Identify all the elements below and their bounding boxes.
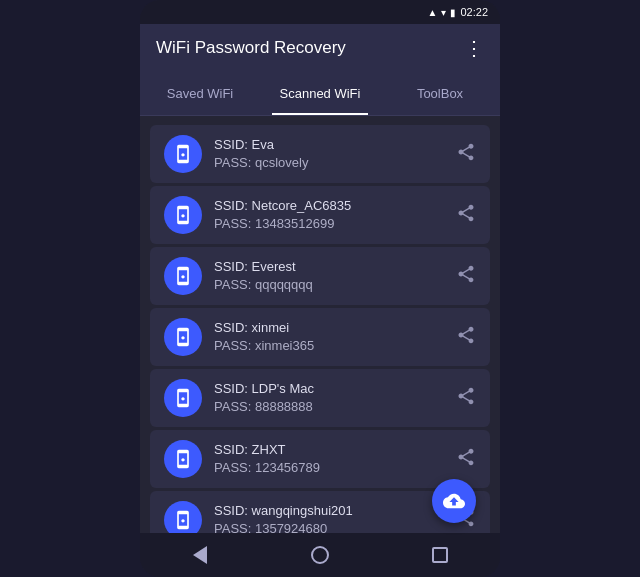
wifi-list: SSID: Eva PASS: qcslovely SSID: Netcore_…	[140, 116, 500, 533]
share-button[interactable]	[456, 203, 476, 228]
tab-toolbox-label: ToolBox	[417, 86, 463, 101]
wifi-pass: PASS: 88888888	[214, 398, 444, 416]
signal-icon: ▲	[428, 7, 438, 18]
router-icon	[173, 510, 193, 530]
wifi-list-item[interactable]: SSID: ZHXT PASS: 123456789	[150, 430, 490, 488]
upload-icon	[443, 490, 465, 512]
wifi-list-item[interactable]: SSID: xinmei PASS: xinmei365	[150, 308, 490, 366]
router-icon	[173, 388, 193, 408]
tab-toolbox[interactable]: ToolBox	[380, 71, 500, 115]
wifi-ssid: SSID: Eva	[214, 136, 444, 154]
home-icon	[311, 546, 329, 564]
more-options-icon[interactable]: ⋮	[464, 36, 484, 60]
wifi-pass: PASS: 123456789	[214, 459, 444, 477]
wifi-list-item[interactable]: SSID: Everest PASS: qqqqqqqq	[150, 247, 490, 305]
wifi-pass: PASS: qcslovely	[214, 154, 444, 172]
router-icon	[173, 449, 193, 469]
wifi-item-icon	[164, 440, 202, 478]
tab-saved-wifi-label: Saved WiFi	[167, 86, 233, 101]
status-time: 02:22	[460, 6, 488, 18]
router-icon	[173, 205, 193, 225]
wifi-item-info: SSID: Everest PASS: qqqqqqqq	[214, 258, 444, 294]
wifi-item-icon	[164, 196, 202, 234]
wifi-item-info: SSID: Netcore_AC6835 PASS: 13483512699	[214, 197, 444, 233]
back-icon	[193, 546, 207, 564]
recent-icon	[432, 547, 448, 563]
nav-bar	[140, 533, 500, 577]
wifi-item-info: SSID: xinmei PASS: xinmei365	[214, 319, 444, 355]
status-icons: ▲ ▾ ▮ 02:22	[428, 6, 488, 18]
nav-back-button[interactable]	[178, 533, 222, 577]
wifi-ssid: SSID: wangqingshui201	[214, 502, 444, 520]
nav-recent-button[interactable]	[418, 533, 462, 577]
tab-bar: Saved WiFi Scanned WiFi ToolBox	[140, 72, 500, 116]
router-icon	[173, 144, 193, 164]
wifi-item-info: SSID: ZHXT PASS: 123456789	[214, 441, 444, 477]
tab-scanned-wifi[interactable]: Scanned WiFi	[260, 71, 380, 115]
wifi-item-info: SSID: Eva PASS: qcslovely	[214, 136, 444, 172]
wifi-item-icon	[164, 379, 202, 417]
wifi-ssid: SSID: xinmei	[214, 319, 444, 337]
tab-saved-wifi[interactable]: Saved WiFi	[140, 71, 260, 115]
wifi-list-item[interactable]: SSID: LDP's Mac PASS: 88888888	[150, 369, 490, 427]
wifi-ssid: SSID: ZHXT	[214, 441, 444, 459]
wifi-item-icon	[164, 501, 202, 533]
app-bar: WiFi Password Recovery ⋮	[140, 24, 500, 72]
wifi-pass: PASS: 1357924680	[214, 520, 444, 533]
wifi-pass: PASS: xinmei365	[214, 337, 444, 355]
share-button[interactable]	[456, 325, 476, 350]
tab-scanned-wifi-label: Scanned WiFi	[280, 86, 361, 101]
app-title: WiFi Password Recovery	[156, 38, 346, 58]
wifi-list-item[interactable]: SSID: Eva PASS: qcslovely	[150, 125, 490, 183]
wifi-pass: PASS: 13483512699	[214, 215, 444, 233]
share-button[interactable]	[456, 264, 476, 289]
wifi-item-icon	[164, 318, 202, 356]
fab-upload-button[interactable]	[432, 479, 476, 523]
wifi-pass: PASS: qqqqqqqq	[214, 276, 444, 294]
wifi-item-info: SSID: LDP's Mac PASS: 88888888	[214, 380, 444, 416]
battery-icon: ▮	[450, 7, 456, 18]
wifi-item-icon	[164, 257, 202, 295]
wifi-status-icon: ▾	[441, 7, 446, 18]
share-button[interactable]	[456, 142, 476, 167]
nav-home-button[interactable]	[298, 533, 342, 577]
router-icon	[173, 266, 193, 286]
phone-frame: ▲ ▾ ▮ 02:22 WiFi Password Recovery ⋮ Sav…	[140, 0, 500, 577]
router-icon	[173, 327, 193, 347]
wifi-ssid: SSID: Everest	[214, 258, 444, 276]
share-button[interactable]	[456, 447, 476, 472]
status-bar: ▲ ▾ ▮ 02:22	[140, 0, 500, 24]
wifi-item-icon	[164, 135, 202, 173]
wifi-list-item[interactable]: SSID: Netcore_AC6835 PASS: 13483512699	[150, 186, 490, 244]
wifi-item-info: SSID: wangqingshui201 PASS: 1357924680	[214, 502, 444, 533]
wifi-ssid: SSID: LDP's Mac	[214, 380, 444, 398]
wifi-ssid: SSID: Netcore_AC6835	[214, 197, 444, 215]
share-button[interactable]	[456, 386, 476, 411]
